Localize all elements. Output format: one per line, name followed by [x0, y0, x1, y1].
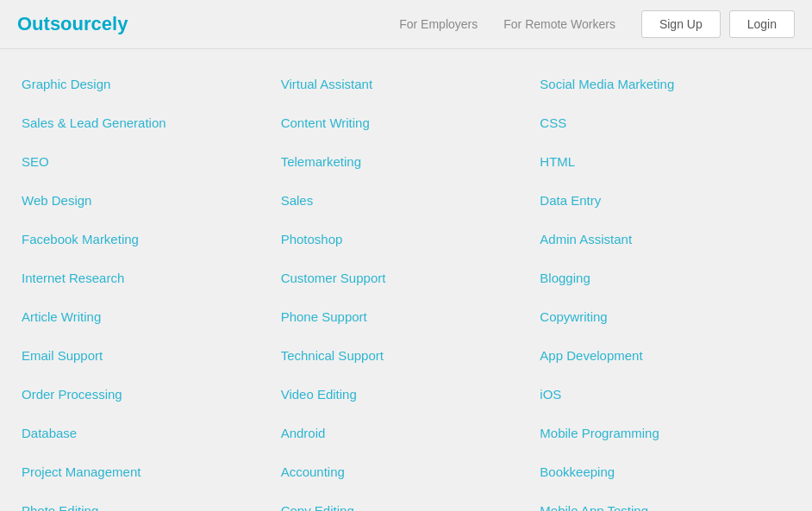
category-item[interactable]: Database [17, 415, 277, 451]
category-item[interactable]: Social Media Marketing [535, 66, 795, 102]
category-item[interactable]: SEO [17, 144, 277, 179]
category-item[interactable]: Sales [277, 183, 536, 218]
category-column-3: Social Media MarketingCSSHTMLData EntryA… [535, 66, 795, 511]
category-column-2: Virtual AssistantContent WritingTelemark… [277, 66, 536, 511]
category-item[interactable]: Web Design [17, 183, 277, 218]
category-item[interactable]: Video Editing [277, 377, 536, 412]
category-item[interactable]: CSS [535, 105, 795, 140]
nav-links: For Employers For Remote Workers Sign Up… [399, 10, 795, 38]
category-item[interactable]: Project Management [17, 454, 277, 489]
category-item[interactable]: HTML [535, 144, 795, 179]
category-item[interactable]: Mobile Programming [535, 415, 795, 451]
login-button[interactable]: Login [729, 10, 795, 38]
site-logo[interactable]: Outsourcely [17, 13, 128, 35]
category-item[interactable]: Internet Research [17, 260, 277, 296]
category-item[interactable]: Data Entry [535, 183, 795, 218]
category-item[interactable]: Photoshop [277, 221, 536, 257]
sign-up-button[interactable]: Sign Up [641, 10, 721, 38]
category-item[interactable]: Telemarketing [277, 144, 536, 179]
categories-container: Graphic DesignSales & Lead GenerationSEO… [0, 49, 812, 511]
category-item[interactable]: Technical Support [277, 338, 536, 373]
category-item[interactable]: Copywriting [535, 299, 795, 334]
category-item[interactable]: Sales & Lead Generation [17, 105, 277, 140]
category-item[interactable]: Content Writing [277, 105, 536, 140]
category-item[interactable]: Blogging [535, 260, 795, 296]
category-item[interactable]: Phone Support [277, 299, 536, 334]
site-header: Outsourcely For Employers For Remote Wor… [0, 0, 812, 49]
category-item[interactable]: Photo Editing [17, 493, 277, 511]
nav-buttons: Sign Up Login [641, 10, 795, 38]
category-item[interactable]: iOS [535, 377, 795, 412]
category-item[interactable]: Accounting [277, 454, 536, 489]
category-item[interactable]: Virtual Assistant [277, 66, 536, 102]
category-item[interactable]: App Development [535, 338, 795, 373]
category-item[interactable]: Facebook Marketing [17, 221, 277, 257]
category-item[interactable]: Bookkeeping [535, 454, 795, 489]
nav-for-remote-workers[interactable]: For Remote Workers [503, 17, 615, 31]
category-item[interactable]: Email Support [17, 338, 277, 373]
category-item[interactable]: Article Writing [17, 299, 277, 334]
category-item[interactable]: Customer Support [277, 260, 536, 296]
category-item[interactable]: Graphic Design [17, 66, 277, 102]
category-item[interactable]: Copy Editing [277, 493, 536, 511]
category-item[interactable]: Order Processing [17, 377, 277, 412]
category-item[interactable]: Android [277, 415, 536, 451]
category-column-1: Graphic DesignSales & Lead GenerationSEO… [17, 66, 277, 511]
category-item[interactable]: Mobile App Testing [535, 493, 795, 511]
nav-for-employers[interactable]: For Employers [399, 17, 478, 31]
category-item[interactable]: Admin Assistant [535, 221, 795, 257]
